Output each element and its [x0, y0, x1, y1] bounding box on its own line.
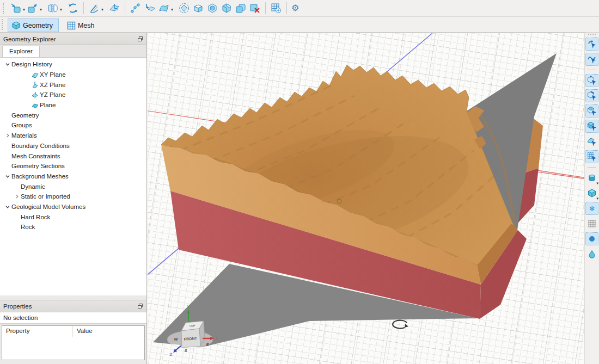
settings-button[interactable]: ⚙	[290, 1, 300, 15]
chevron-down-icon[interactable]	[3, 61, 11, 67]
tree-item[interactable]: Hard Rock	[0, 212, 146, 222]
tree-item[interactable]: Geological Model Volumes	[0, 202, 146, 212]
viewport-3d[interactable]: TOP FRONT Y X Z W E S	[148, 33, 584, 364]
select-vertex-button[interactable]	[585, 74, 598, 87]
properties-panel-header: Properties	[0, 300, 146, 312]
tree-item[interactable]: Geometry	[0, 110, 146, 120]
export-button[interactable]	[26, 1, 40, 15]
geometry-cube-icon	[11, 21, 21, 30]
float-panel-icon[interactable]	[137, 36, 143, 42]
view-caret-icon[interactable]: ▾	[596, 196, 598, 201]
tab-mesh[interactable]: Mesh	[63, 18, 101, 32]
compass-east-label[interactable]: E	[206, 343, 209, 347]
snowflake-icon: ❄	[589, 205, 595, 212]
view-cube-top-label: TOP	[189, 324, 195, 328]
tree-item[interactable]: XY Plane	[0, 70, 146, 80]
select-cursor-button[interactable]	[585, 38, 598, 51]
right-toolbar-drag-handle[interactable]	[588, 34, 596, 36]
section-cylinder-button[interactable]: ▾	[585, 171, 598, 184]
tree-item[interactable]: Boundary Conditions	[0, 141, 146, 151]
select-curve-button[interactable]	[585, 53, 598, 66]
tree-item[interactable]: XZ Plane	[0, 79, 146, 90]
tree-item[interactable]: Design History	[0, 59, 146, 70]
boolean-union-button[interactable]	[234, 1, 248, 15]
tabbar-drag-handle[interactable]	[2, 19, 5, 30]
import-button[interactable]	[9, 1, 23, 15]
dot-icon	[588, 235, 596, 243]
section-caret-icon[interactable]: ▾	[596, 181, 598, 186]
chevron-down-icon[interactable]	[3, 204, 11, 209]
axis-x-label: X	[216, 336, 219, 341]
tree-item-label: XZ Plane	[40, 82, 65, 88]
rotate-button[interactable]	[66, 1, 80, 15]
properties-panel-title: Properties	[3, 303, 32, 310]
axis-z-label: Z	[170, 352, 173, 357]
surface-button[interactable]	[157, 1, 171, 15]
explorer-subtabs: Explorer	[0, 45, 146, 58]
background-mesh-button[interactable]	[269, 1, 283, 15]
main-toolbar: ▾ ▾ ▾ ▾ ▾	[0, 0, 599, 17]
select-plane-button[interactable]	[585, 135, 598, 148]
shaded-display-button[interactable]	[585, 248, 598, 261]
tree-item[interactable]: Geometry Sections	[0, 161, 146, 171]
points-display-button[interactable]	[585, 232, 598, 245]
tree-item-label: Geological Model Volumes	[11, 203, 85, 210]
select-face-button[interactable]	[585, 104, 598, 118]
tree-item[interactable]: Rock	[0, 222, 146, 232]
datum-plane-button[interactable]	[107, 1, 121, 15]
compass-south-label[interactable]: S	[185, 349, 187, 353]
tree-item-label: YZ Plane	[40, 91, 65, 98]
subtab-explorer[interactable]: Explorer	[2, 46, 40, 57]
column-header-property[interactable]: Property	[2, 326, 73, 337]
tree-item-label: Mesh Constraints	[11, 153, 60, 159]
tree-item[interactable]: Plane	[0, 100, 146, 110]
mirror-button[interactable]	[46, 1, 60, 15]
cut-cube-button[interactable]	[219, 1, 234, 15]
import-caret-icon[interactable]: ▾	[23, 8, 25, 12]
explorer-panel-title: Geometry Explorer	[3, 36, 56, 42]
sketch-caret-icon[interactable]: ▾	[101, 8, 103, 12]
tab-geometry[interactable]: Geometry	[8, 18, 59, 32]
extrude-box-button[interactable]	[191, 1, 205, 15]
surface-caret-icon[interactable]: ▾	[171, 8, 173, 12]
axis-y-label: Y	[187, 304, 190, 309]
tree-item[interactable]: Background Meshes	[0, 171, 146, 182]
select-body-button[interactable]	[585, 120, 598, 133]
float-panel-icon[interactable]	[137, 303, 143, 309]
tree-item[interactable]: Dynamic	[0, 181, 146, 192]
x-axis-line-right	[537, 172, 584, 179]
tree-item-label: Design History	[11, 61, 52, 67]
select-box-button[interactable]	[585, 150, 598, 163]
tree-item[interactable]: Groups	[0, 120, 146, 131]
tree-item-label: Materials	[11, 132, 37, 139]
tree-item-label: Static or Imported	[21, 193, 70, 200]
column-header-value[interactable]: Value	[73, 326, 144, 337]
tree-item[interactable]: YZ Plane	[0, 90, 146, 100]
tree-item-label: Plane	[40, 102, 56, 108]
view-orientation-button[interactable]: ▾	[585, 187, 598, 200]
tree-item-label: Background Meshes	[11, 173, 69, 180]
geometry-explorer-panel: Geometry Explorer Explorer Design Histor…	[0, 33, 147, 364]
project-to-sketch-button[interactable]	[143, 1, 157, 15]
tree-item[interactable]: Mesh Constraints	[0, 151, 146, 161]
tree-item[interactable]: Materials	[0, 131, 146, 141]
snap-toggle-button[interactable]: ❄	[585, 202, 598, 215]
delete-face-button[interactable]	[248, 1, 262, 15]
grid-toggle-button[interactable]	[585, 217, 598, 230]
revolve-button[interactable]	[177, 1, 191, 15]
properties-table: Property Value	[2, 325, 145, 360]
tree-item[interactable]: Static or Imported	[0, 192, 146, 202]
sketch-button[interactable]	[87, 1, 101, 15]
spline-button[interactable]	[129, 1, 143, 15]
mesh-grid-icon	[67, 21, 76, 30]
export-caret-icon[interactable]: ▾	[40, 8, 42, 12]
grid-icon	[588, 219, 596, 228]
chevron-right-icon[interactable]	[3, 133, 11, 138]
chevron-down-icon[interactable]	[3, 174, 11, 179]
toolbar-drag-handle[interactable]	[3, 3, 6, 14]
sphere-in-cube-button[interactable]	[205, 1, 219, 15]
tree-item-label: Boundary Conditions	[11, 143, 70, 149]
chevron-right-icon[interactable]	[13, 194, 21, 199]
select-edge-button[interactable]	[585, 89, 598, 102]
mirror-caret-icon[interactable]: ▾	[60, 8, 62, 12]
